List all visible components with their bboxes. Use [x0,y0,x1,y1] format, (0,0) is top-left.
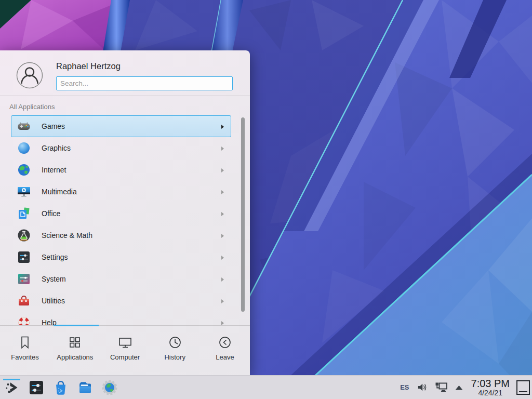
tray-expander[interactable] [455,384,463,391]
user-name: Raphael Hertzog [56,61,121,71]
graphics-icon [17,141,31,155]
science-math-icon [17,229,31,242]
games-icon [17,119,31,133]
category-label: Internet [42,166,66,174]
system-settings-button[interactable] [28,377,45,398]
category-label: Multimedia [42,188,77,196]
submenu-arrow-icon [220,321,225,325]
caret-up-icon [455,384,463,391]
taskbar-panel: ES [0,375,532,399]
user-avatar-icon [16,62,43,89]
web-browser-button[interactable] [101,377,118,398]
category-label: Utilities [42,297,65,305]
leave-icon [217,335,233,350]
tab-applications[interactable]: Applications [50,326,100,375]
folder-icon [77,379,94,396]
submenu-arrow-icon [220,168,225,173]
category-item-internet[interactable]: Internet [11,159,231,181]
category-item-help[interactable]: Help [11,312,231,325]
network-tray-item[interactable] [435,381,448,393]
discover-icon [52,379,69,396]
discover-button[interactable] [52,377,69,398]
category-item-utilities[interactable]: Utilities [11,290,231,312]
tab-label: Applications [57,353,93,361]
office-icon [17,207,31,220]
category-item-multimedia[interactable]: Multimedia [11,181,231,203]
show-desktop-button[interactable] [516,380,530,395]
list-scrollbar[interactable] [241,117,245,312]
category-list: Games Graphics Intern [0,115,250,325]
category-item-graphics[interactable]: Graphics [11,137,231,159]
tab-label: History [164,353,185,361]
category-label: Graphics [42,144,71,152]
system-icon [17,272,31,286]
category-item-system[interactable]: System [11,268,231,290]
help-icon [17,316,31,325]
system-tray: ES [400,378,532,397]
file-manager-button[interactable] [76,377,94,398]
category-label: System [42,275,66,283]
system-settings-icon [28,379,45,396]
launcher-tab-bar: Favorites Applications Computer [0,325,250,375]
submenu-arrow-icon [220,211,225,217]
computer-icon [117,335,133,350]
tab-label: Computer [110,353,140,361]
submenu-arrow-icon [220,233,225,238]
category-label: Games [42,122,65,130]
application-launcher-popup: Raphael Hertzog All Applications Games [0,50,250,375]
desktop: Raphael Hertzog All Applications Games [0,0,532,399]
keyboard-layout-indicator[interactable]: ES [400,383,409,391]
digital-clock[interactable]: 7:03 PM 4/24/21 [471,378,510,397]
submenu-arrow-icon [220,146,225,151]
show-desktop-glyph [519,391,527,392]
utilities-icon [17,294,31,308]
tab-favorites[interactable]: Favorites [0,326,50,375]
globe-gear-icon [101,379,118,396]
wired-network-icon [435,381,448,393]
app-grid-icon [67,335,83,350]
clock-icon [167,335,183,350]
category-item-office[interactable]: Office [11,203,231,224]
active-tab-indicator [54,325,99,326]
volume-tray-item[interactable] [416,381,428,393]
tab-leave[interactable]: Leave [200,326,250,375]
speaker-icon [416,381,428,393]
tab-label: Leave [216,353,234,361]
submenu-arrow-icon [220,299,225,304]
application-launcher-button[interactable] [3,377,20,398]
launcher-header: Raphael Hertzog [0,50,250,96]
submenu-arrow-icon [220,190,225,195]
category-item-games[interactable]: Games [11,115,231,137]
section-label: All Applications [9,103,55,111]
category-item-science-math[interactable]: Science & Math [11,224,231,246]
clock-date: 4/24/21 [471,389,510,397]
category-label: Settings [42,253,68,261]
kde-launcher-icon [4,379,20,396]
search-input[interactable] [56,76,233,90]
category-label: Office [42,209,60,218]
submenu-arrow-icon [220,255,225,260]
taskbar-launchers [0,377,118,398]
internet-icon [17,163,31,177]
tab-computer[interactable]: Computer [100,326,150,375]
settings-icon [17,250,31,264]
tab-label: Favorites [11,353,38,361]
active-task-indicator [3,379,20,380]
clock-time: 7:03 PM [471,378,510,389]
submenu-arrow-icon [220,124,225,129]
bookmark-icon [17,335,33,350]
multimedia-icon [17,185,31,198]
category-label: Science & Math [42,231,92,240]
tab-history[interactable]: History [150,326,200,375]
category-item-settings[interactable]: Settings [11,246,231,268]
submenu-arrow-icon [220,277,225,282]
